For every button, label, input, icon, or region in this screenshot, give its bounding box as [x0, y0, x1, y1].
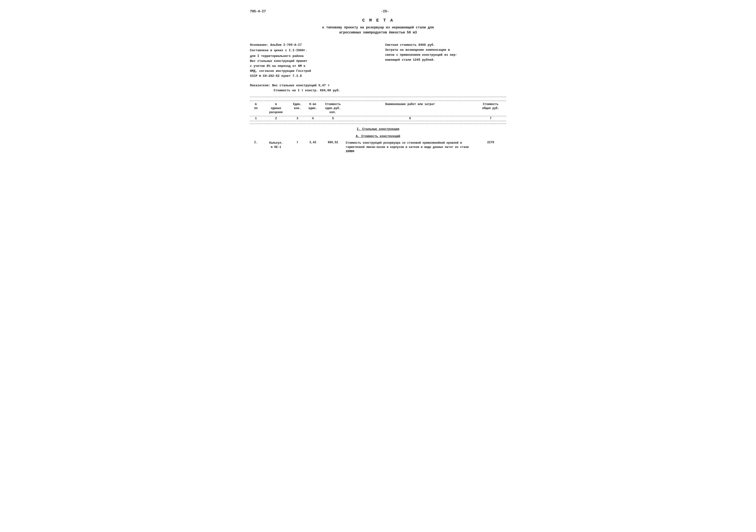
page-number-center: -I5-: [381, 10, 389, 13]
info-left: Основание: Альбом I-705-А-I7 Составлена …: [250, 42, 371, 78]
indicators-cost: Стоимость на I т констр. 694,00 руб.: [274, 89, 340, 92]
weight-note: Вес стальных конструкций принят с учетом…: [250, 59, 371, 78]
row1-code: Калькул.№ КЕ-1: [262, 140, 290, 150]
col-num-1: 1: [250, 117, 262, 120]
info-block: Основание: Альбом I-705-А-I7 Составлена …: [250, 42, 506, 78]
col-header-5: Стоимостьедин.руб.коп.: [321, 102, 345, 115]
table-header-row: №пп №единыхрасценок Един.изм. К-воедин. …: [250, 100, 506, 116]
indicators-label: Показатели:: [250, 84, 270, 87]
col-num-6: 6: [345, 117, 475, 120]
col-header-6: Наименование работ или затрат: [345, 102, 475, 115]
col-num-7: 7: [475, 117, 506, 120]
col-num-3: 3: [290, 117, 305, 120]
info-right: Сметная стоимость 8468 руб. Затраты на в…: [385, 42, 506, 78]
indicators-block: Показатели: Вес стальных конструкций 5,4…: [250, 83, 506, 93]
row1-unit: т: [290, 140, 305, 145]
page-header: 705-4-I7 -I5-: [250, 10, 506, 13]
col-num-2: 2: [262, 117, 290, 120]
col-header-4: К-воедин.: [305, 102, 321, 115]
row1-total: 2278: [475, 140, 506, 145]
section1a-header: А. Стоимость конструкций: [250, 134, 506, 138]
zatraty-note: Затраты на возмещение компенсации в связ…: [385, 48, 506, 62]
row1-desc: Стоимость конструкций резервуара со стен…: [345, 140, 475, 154]
section1-header: I. Стальные конструкции: [250, 127, 506, 131]
title-block: С М Е Т А к типовому проекту на резервуа…: [250, 18, 506, 35]
col-header-3: Един.изм.: [290, 102, 305, 115]
indicators-weight: Вес стальных конструкций 5,47 т: [272, 84, 330, 87]
col-num-5: 5: [321, 117, 345, 120]
divider-after-colnums: [250, 123, 506, 124]
doc-number-left: 705-4-I7: [250, 10, 266, 13]
main-table: №пп №единыхрасценок Един.изм. К-воедин. …: [250, 100, 506, 155]
sostavlena-line: Составлена в ценах с I.I-I969г.: [250, 48, 371, 53]
table-row: I. Калькул.№ КЕ-1 т 3,42 666,52 Стоимост…: [250, 139, 506, 155]
divider-top: [250, 97, 506, 97]
col-header-7: Стоимостьобщая руб.: [475, 102, 506, 115]
main-title: С М Е Т А: [250, 18, 506, 23]
col-num-4: 4: [305, 117, 321, 120]
col-header-2: №единыхрасценок: [262, 102, 290, 115]
smetnaya-line: Сметная стоимость 8468 руб.: [385, 42, 506, 48]
subtitle-line2: агрессивных химпродуктов ёмкостью 50 м3: [250, 30, 506, 35]
header-right: [504, 10, 506, 13]
col-header-1: №пп: [250, 102, 262, 115]
subtitle-line1: к типовому проекту на резервуар из нержа…: [250, 25, 506, 30]
row1-unit-cost: 666,52: [321, 140, 345, 145]
col-numbers-row: 1 2 3 4 5 6 7: [250, 116, 506, 121]
osnova-line: Основание: Альбом I-705-А-I7: [250, 42, 371, 48]
row1-qty: 3,42: [305, 140, 321, 145]
district-line: для I территориального района: [250, 53, 371, 59]
row1-num: I.: [250, 140, 262, 145]
